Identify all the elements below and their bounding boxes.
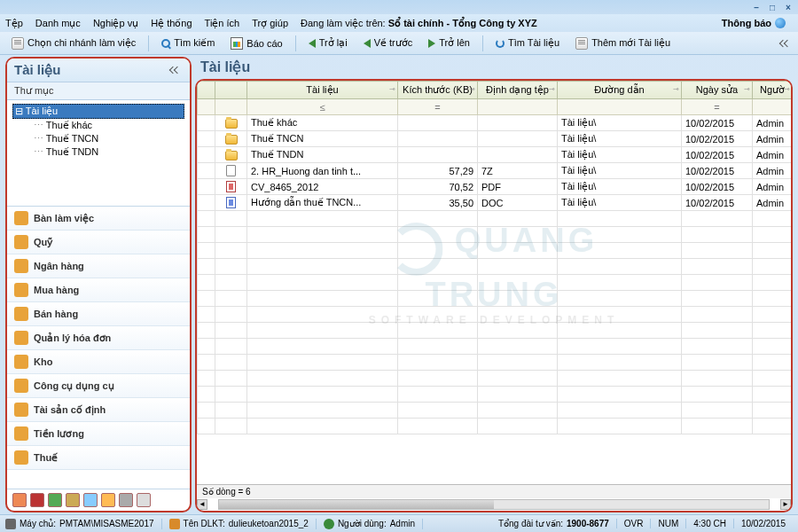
- btn-them-moi[interactable]: Thêm mới Tài liệu: [569, 35, 677, 52]
- tree-child-thue-tndn[interactable]: Thuế TNDN: [12, 145, 184, 159]
- column-header[interactable]: Ngườ⊸: [753, 82, 792, 99]
- mini-icon[interactable]: [30, 493, 44, 507]
- row-selector[interactable]: [198, 179, 215, 195]
- table-row[interactable]: CV_8465_201270,52PDFTài liệu\10/02/2015A…: [198, 179, 792, 195]
- menu-tro-giup[interactable]: Trợ giúp: [252, 18, 288, 29]
- cell-user: Admin: [753, 179, 792, 195]
- search-icon: [161, 39, 170, 48]
- nav-label: Tài sản cố định: [34, 404, 106, 416]
- tree-root-tai-lieu[interactable]: ⊟ Tài liệu: [12, 104, 184, 119]
- doc-icon: [226, 197, 236, 208]
- nav-icon: [14, 235, 28, 249]
- filter-cell[interactable]: =: [682, 99, 753, 115]
- table-row[interactable]: 2. HR_Huong dan tinh t...57,297ZTài liệu…: [198, 163, 792, 179]
- menu-danh-muc[interactable]: Danh mục: [35, 18, 81, 29]
- btn-tro-lai[interactable]: Trở lại: [302, 35, 354, 51]
- tree-child-thue-tncn[interactable]: Thuế TNCN: [12, 132, 184, 145]
- collapse-sidebar-icon[interactable]: [780, 38, 793, 49]
- column-header[interactable]: Ngày sửa⊸: [682, 82, 753, 99]
- menu-nghiep-vu[interactable]: Nghiệp vụ: [93, 18, 138, 29]
- mini-icon[interactable]: [101, 493, 115, 507]
- filter-cell[interactable]: [215, 99, 247, 115]
- window-close[interactable]: ×: [782, 2, 794, 12]
- menu-tien-ich[interactable]: Tiện ích: [205, 18, 240, 29]
- sidebar-title: Tài liệu: [7, 59, 190, 82]
- nav-item-5[interactable]: Quản lý hóa đơn: [7, 326, 190, 350]
- mini-icon[interactable]: [48, 493, 62, 507]
- filter-cell[interactable]: ≤: [247, 99, 398, 115]
- btn-tim-tai-lieu[interactable]: Tìm Tài liệu: [489, 35, 566, 51]
- menu-tep[interactable]: Tệp: [5, 18, 23, 29]
- nav-item-10[interactable]: Thuế: [7, 446, 190, 470]
- nav-icon: [14, 403, 28, 417]
- btn-tro-len[interactable]: Trở lên: [422, 35, 476, 51]
- filter-cell[interactable]: =: [398, 99, 478, 115]
- table-row-empty: [198, 307, 792, 323]
- table-row-empty: [198, 211, 792, 227]
- filter-cell[interactable]: [558, 99, 682, 115]
- thong-bao[interactable]: Thông báo: [722, 18, 786, 28]
- row-selector[interactable]: [198, 115, 215, 131]
- horizontal-scrollbar[interactable]: ◄►: [197, 498, 791, 511]
- arrow-left-icon: [364, 39, 371, 48]
- btn-bao-cao[interactable]: Báo cáo: [224, 35, 288, 52]
- globe-icon: [775, 18, 786, 28]
- tree-child-thue-khac[interactable]: Thuế khác: [12, 119, 184, 132]
- btn-tim-kiem[interactable]: Tìm kiếm: [155, 35, 221, 51]
- row-selector[interactable]: [198, 147, 215, 163]
- status-ovr: OVR: [624, 519, 652, 528]
- menu-he-thong[interactable]: Hệ thống: [151, 18, 192, 29]
- cell-ext: 7Z: [478, 163, 558, 179]
- table-row[interactable]: Thuế TNDNTài liệu\10/02/2015Admin: [198, 147, 792, 163]
- window-maximize[interactable]: □: [766, 2, 778, 12]
- table-row-empty: [198, 387, 792, 403]
- btn-ve-truoc[interactable]: Về trước: [357, 35, 419, 51]
- row-count: Số dòng = 6: [202, 487, 251, 497]
- cell-name: CV_8465_2012: [247, 179, 398, 195]
- main-title: Tài liệu: [195, 57, 793, 79]
- column-header[interactable]: Kích thước (KB)⊸: [398, 82, 478, 99]
- table-row[interactable]: Hướng dẫn thuế TNCN...35,50DOCTài liệu\1…: [198, 195, 792, 211]
- grid: QUANG TRUNG SOFTWARE DEVELOPMENT Tài liệ…: [195, 79, 793, 512]
- nav-item-4[interactable]: Bán hàng: [7, 302, 190, 326]
- column-header[interactable]: Tài liệu⊸: [247, 82, 398, 99]
- nav-item-3[interactable]: Mua hàng: [7, 278, 190, 302]
- sidebar-collapse-icon[interactable]: [170, 65, 183, 75]
- table-row-empty: [198, 355, 792, 371]
- mini-icon[interactable]: [12, 493, 27, 507]
- nav-icon: [14, 211, 28, 225]
- cell-path: Tài liệu\: [558, 163, 682, 179]
- row-selector[interactable]: [198, 163, 215, 179]
- nav-item-1[interactable]: Quỹ: [7, 231, 190, 254]
- mini-icon[interactable]: [137, 493, 151, 507]
- table-row-empty: [198, 243, 792, 259]
- column-header[interactable]: [198, 82, 215, 99]
- filter-cell[interactable]: [753, 99, 792, 115]
- cell-path: Tài liệu\: [558, 195, 682, 211]
- window-minimize[interactable]: –: [750, 2, 763, 12]
- mini-icon[interactable]: [66, 493, 80, 507]
- filter-cell[interactable]: [478, 99, 558, 115]
- column-header[interactable]: Định dạng tệp⊸: [478, 82, 558, 99]
- row-selector[interactable]: [198, 131, 215, 147]
- nav-item-0[interactable]: Bàn làm việc: [7, 207, 190, 231]
- nav-item-2[interactable]: Ngân hàng: [7, 254, 190, 278]
- nav-item-8[interactable]: Tài sản cố định: [7, 398, 190, 422]
- table-row[interactable]: Thuế TNCNTài liệu\10/02/2015Admin: [198, 131, 792, 147]
- mini-icon[interactable]: [119, 493, 133, 507]
- cell-date: 10/02/2015: [682, 115, 753, 131]
- nav-label: Công cụ dụng cụ: [34, 380, 114, 392]
- nav-item-9[interactable]: Tiền lương: [7, 422, 190, 446]
- mini-icon[interactable]: [83, 493, 98, 507]
- column-header[interactable]: Đường dẫn⊸: [558, 82, 682, 99]
- table-row[interactable]: Thuế khácTài liệu\10/02/2015Admin: [198, 115, 792, 131]
- column-header[interactable]: [215, 82, 247, 99]
- btn-chon-chi-nhanh[interactable]: Chọn chi nhánh làm việc: [5, 35, 142, 52]
- nav-item-7[interactable]: Công cụ dụng cụ: [7, 374, 190, 398]
- table-row-empty: [198, 371, 792, 387]
- filter-cell[interactable]: [198, 99, 215, 115]
- cell-name: 2. HR_Huong dan tinh t...: [247, 163, 398, 179]
- status-time: 4:30 CH: [693, 519, 734, 528]
- row-selector[interactable]: [198, 195, 215, 211]
- nav-item-6[interactable]: Kho: [7, 350, 190, 374]
